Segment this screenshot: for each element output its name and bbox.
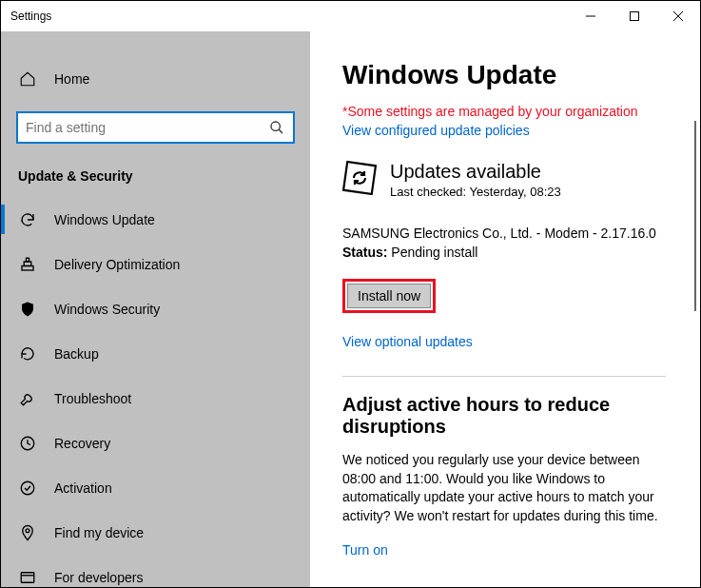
- nav-label: Delivery Optimization: [54, 257, 180, 272]
- nav-recovery[interactable]: Recovery: [1, 421, 310, 465]
- update-sync-icon: [342, 161, 377, 195]
- adjust-hours-title: Adjust active hours to reduce disruption…: [342, 394, 666, 438]
- nav-troubleshoot[interactable]: Troubleshoot: [1, 376, 310, 421]
- window-controls: [569, 1, 700, 31]
- backup-icon: [18, 345, 37, 363]
- wrench-icon: [18, 390, 37, 407]
- nav-label: Backup: [54, 346, 99, 362]
- svg-point-10: [21, 481, 34, 495]
- adjust-hours-body: We noticed you regularly use your device…: [342, 451, 666, 525]
- nav-activation[interactable]: Activation: [1, 465, 310, 510]
- nav-backup[interactable]: Backup: [1, 331, 310, 376]
- recovery-icon: [18, 435, 37, 452]
- svg-point-11: [26, 528, 29, 532]
- close-button[interactable]: [656, 1, 700, 31]
- turn-on-link[interactable]: Turn on: [342, 542, 666, 558]
- status-label: Status:: [342, 245, 387, 260]
- search-input[interactable]: [16, 111, 295, 144]
- install-highlight: Install now: [342, 279, 436, 313]
- developers-icon: [18, 569, 37, 586]
- delivery-icon: [18, 256, 37, 273]
- maximize-button[interactable]: [613, 1, 656, 31]
- nav-home-label: Home: [54, 71, 89, 87]
- sidebar-group-header: Update & Security: [1, 155, 310, 197]
- sidebar-nav: Windows Update Delivery Optimization Win…: [1, 197, 310, 588]
- shield-icon: [18, 301, 37, 318]
- search-field[interactable]: [26, 120, 268, 135]
- view-policies-link[interactable]: View configured update policies: [342, 123, 666, 138]
- nav-label: Windows Update: [54, 212, 155, 227]
- nav-windows-security[interactable]: Windows Security: [1, 286, 310, 331]
- nav-for-developers[interactable]: For developers: [1, 555, 310, 588]
- search-icon: [268, 120, 285, 135]
- svg-rect-1: [631, 12, 639, 21]
- page-title: Windows Update: [342, 60, 666, 90]
- scrollbar[interactable]: [694, 121, 696, 311]
- nav-delivery-optimization[interactable]: Delivery Optimization: [1, 242, 310, 286]
- titlebar: Settings: [1, 1, 700, 31]
- svg-rect-12: [21, 572, 34, 582]
- section-divider: [342, 376, 666, 377]
- location-icon: [18, 524, 37, 541]
- svg-line-5: [279, 129, 282, 133]
- nav-label: Recovery: [54, 436, 110, 451]
- nav-find-my-device[interactable]: Find my device: [1, 510, 310, 555]
- nav-home[interactable]: Home: [1, 58, 310, 100]
- driver-line: SAMSUNG Electronics Co., Ltd. - Modem - …: [342, 225, 666, 241]
- main-panel: Windows Update *Some settings are manage…: [310, 31, 700, 587]
- updates-header: Updates available Last checked: Yesterda…: [342, 161, 666, 199]
- sync-icon: [18, 211, 37, 228]
- nav-windows-update[interactable]: Windows Update: [1, 197, 310, 242]
- sidebar: Home Update & Security Windows Update: [1, 31, 310, 587]
- svg-rect-14: [343, 162, 376, 194]
- activation-icon: [18, 480, 37, 497]
- minimize-button[interactable]: [569, 1, 613, 31]
- svg-rect-8: [27, 258, 29, 262]
- nav-label: Troubleshoot: [54, 391, 131, 406]
- view-optional-link[interactable]: View optional updates: [342, 334, 666, 349]
- nav-label: For developers: [54, 570, 143, 585]
- install-now-button[interactable]: Install now: [347, 284, 431, 308]
- last-checked: Last checked: Yesterday, 08:23: [390, 185, 561, 199]
- managed-notice: *Some settings are managed by your organ…: [342, 104, 666, 119]
- home-icon: [18, 70, 37, 88]
- updates-available-title: Updates available: [390, 161, 561, 183]
- window-title: Settings: [1, 10, 51, 23]
- nav-label: Activation: [54, 480, 112, 496]
- svg-point-4: [271, 122, 280, 130]
- status-line: Status: Pending install: [342, 245, 666, 260]
- nav-label: Find my device: [54, 525, 144, 540]
- nav-label: Windows Security: [54, 302, 160, 317]
- status-value: Pending install: [387, 245, 477, 260]
